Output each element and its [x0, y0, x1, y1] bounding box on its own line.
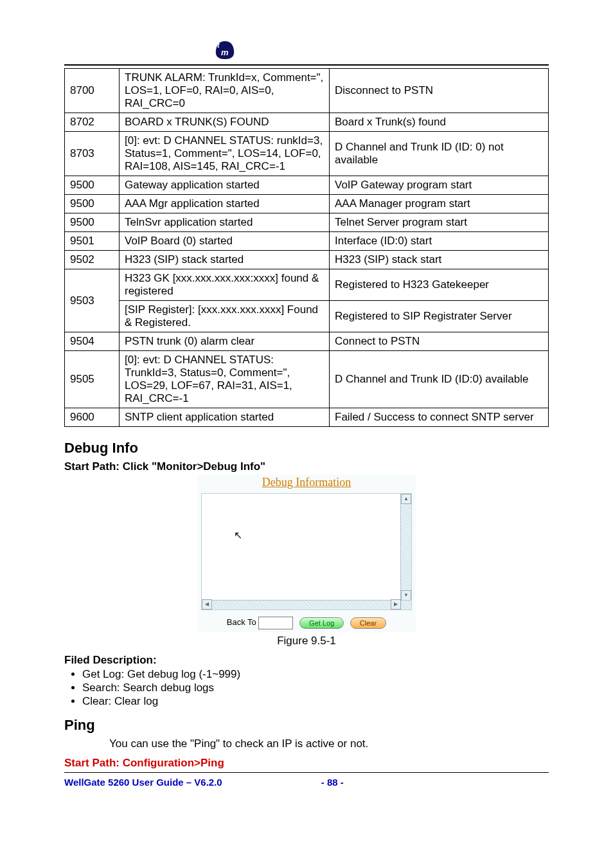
get-log-button[interactable]: Get Log	[299, 617, 344, 629]
event-code: 8702	[65, 113, 120, 132]
table-row: [SIP Register]: [xxx.xxx.xxx.xxxx] Found…	[65, 301, 549, 332]
event-msg: [0]: evt: D CHANNEL STATUS: TrunkId=3, S…	[120, 351, 330, 408]
debug-info-heading: Debug Info	[64, 440, 549, 457]
event-desc: Connect to PSTN	[330, 332, 549, 351]
table-row: 9600 SNTP client application started Fai…	[65, 408, 549, 427]
scroll-left-icon[interactable]: ◀	[202, 599, 212, 610]
footer: WellGate 5260 User Guide – V6.2.0 - 88 -	[64, 772, 549, 788]
event-code: 9600	[65, 408, 120, 427]
event-desc: Registered to H323 Gatekeeper	[330, 269, 549, 301]
page-header: t m	[64, 39, 549, 66]
list-item: Clear: Clear log	[82, 695, 549, 708]
event-desc: AAA Manager program start	[330, 195, 549, 213]
cursor-icon: ↖	[234, 529, 242, 541]
event-desc: Disconnect to PSTN	[330, 69, 549, 113]
clear-button[interactable]: Clear	[350, 617, 386, 629]
event-desc: H323 (SIP) stack start	[330, 251, 549, 269]
event-desc: VoIP Gateway program start	[330, 176, 549, 195]
table-row: 9502 H323 (SIP) stack started H323 (SIP)…	[65, 251, 549, 269]
event-msg: PSTN trunk (0) alarm clear	[120, 332, 330, 351]
footer-guide: WellGate 5260 User Guide – V6.2.0	[64, 777, 222, 788]
event-desc: Telnet Server program start	[330, 213, 549, 232]
back-to-input[interactable]	[258, 617, 293, 629]
scroll-down-icon[interactable]: ▼	[401, 590, 411, 601]
bullet-list: Get Log: Get debug log (-1~999) Search: …	[82, 668, 549, 708]
event-code: 8703	[65, 132, 120, 176]
svg-text:m: m	[221, 48, 229, 57]
event-msg: BOARD x TRUNK(S) FOUND	[120, 113, 330, 132]
debug-controls: Back To Get Log Clear	[197, 610, 416, 632]
event-code: 9500	[65, 213, 120, 232]
scroll-right-icon[interactable]: ▶	[391, 599, 401, 610]
event-code: 9505	[65, 351, 120, 408]
event-code: 9501	[65, 232, 120, 251]
table-row: 9500 AAA Mgr application started AAA Man…	[65, 195, 549, 213]
scrollbar-vertical[interactable]: ▲ ▼	[400, 494, 411, 610]
event-code: 9504	[65, 332, 120, 351]
table-row: 9504 PSTN trunk (0) alarm clear Connect …	[65, 332, 549, 351]
event-msg: H323 GK [xxx.xxx.xxx.xxx:xxxx] found & r…	[120, 269, 330, 301]
event-table: 8700 TRUNK ALARM: TrunkId=x, Comment=", …	[64, 68, 549, 427]
event-msg: TRUNK ALARM: TrunkId=x, Comment=", LOS=1…	[120, 69, 330, 113]
event-code: 9500	[65, 195, 120, 213]
debug-start-path: Start Path: Click "Monitor>Debug Info"	[64, 460, 549, 473]
back-to-label: Back To	[227, 617, 256, 627]
scroll-up-icon[interactable]: ▲	[401, 494, 411, 504]
event-msg: H323 (SIP) stack started	[120, 251, 330, 269]
debug-log-area[interactable]: ↖ ▲ ▼ ◀ ▶	[201, 493, 412, 610]
event-desc: Board x Trunk(s) found	[330, 113, 549, 132]
event-msg: VoIP Board (0) started	[120, 232, 330, 251]
event-code: 9500	[65, 176, 120, 195]
logo-icon: t m	[212, 39, 238, 62]
event-msg: SNTP client application started	[120, 408, 330, 427]
event-desc: Failed / Success to connect SNTP server	[330, 408, 549, 427]
event-desc: Interface (ID:0) start	[330, 232, 549, 251]
table-row: 9503 H323 GK [xxx.xxx.xxx.xxx:xxxx] foun…	[65, 269, 549, 301]
filed-description-heading: Filed Description:	[64, 654, 549, 667]
event-code: 9503	[65, 269, 120, 332]
table-row: 8700 TRUNK ALARM: TrunkId=x, Comment=", …	[65, 69, 549, 113]
table-row: 9505 [0]: evt: D CHANNEL STATUS: TrunkId…	[65, 351, 549, 408]
table-row: 9500 TelnSvr application started Telnet …	[65, 213, 549, 232]
list-item: Get Log: Get debug log (-1~999)	[82, 668, 549, 681]
table-row: 9500 Gateway application started VoIP Ga…	[65, 176, 549, 195]
event-msg: Gateway application started	[120, 176, 330, 195]
ping-start-path: Start Path: Configuration>Ping	[64, 757, 549, 770]
event-msg: TelnSvr application started	[120, 213, 330, 232]
event-msg: AAA Mgr application started	[120, 195, 330, 213]
table-row: 8703 [0]: evt: D CHANNEL STATUS: runkId=…	[65, 132, 549, 176]
debug-panel-title: Debug Information	[197, 475, 416, 493]
footer-page: - 88 -	[321, 777, 344, 788]
debug-panel: Debug Information ↖ ▲ ▼ ◀ ▶ Back To Get …	[197, 475, 416, 632]
ping-heading: Ping	[64, 717, 549, 734]
figure-caption: Figure 9.5-1	[64, 635, 549, 647]
ping-description: You can use the "Ping" to check an IP is…	[109, 737, 549, 750]
event-code: 8700	[65, 69, 120, 113]
event-msg: [SIP Register]: [xxx.xxx.xxx.xxxx] Found…	[120, 301, 330, 332]
event-msg: [0]: evt: D CHANNEL STATUS: runkId=3, St…	[120, 132, 330, 176]
event-desc: Registered to SIP Registrater Server	[330, 301, 549, 332]
scrollbar-horizontal[interactable]: ◀ ▶	[202, 600, 411, 610]
event-desc: D Channel and Trunk ID (ID:0) available	[330, 351, 549, 408]
list-item: Search: Search debug logs	[82, 682, 549, 694]
table-row: 8702 BOARD x TRUNK(S) FOUND Board x Trun…	[65, 113, 549, 132]
event-desc: D Channel and Trunk ID (ID: 0) not avail…	[330, 132, 549, 176]
table-row: 9501 VoIP Board (0) started Interface (I…	[65, 232, 549, 251]
event-code: 9502	[65, 251, 120, 269]
